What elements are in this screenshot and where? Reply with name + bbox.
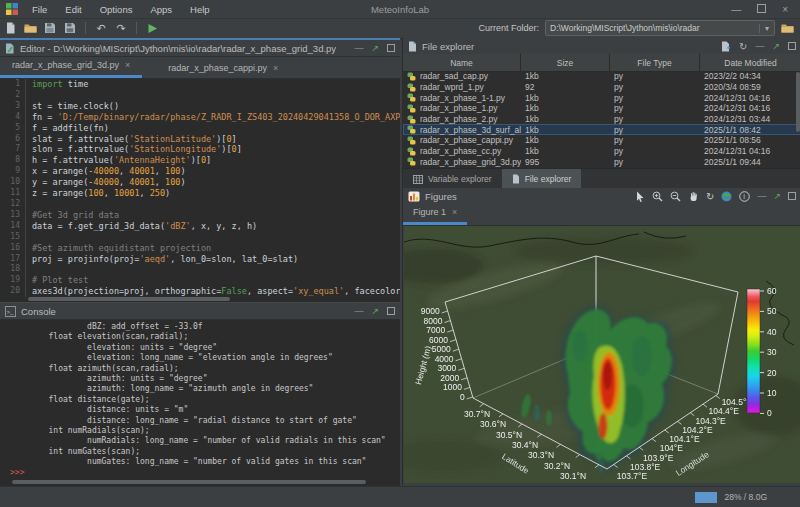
new-file-icon[interactable] <box>1 20 19 36</box>
editor-minimize-icon[interactable]: — <box>354 43 363 53</box>
window-close-button[interactable]: × <box>782 4 788 15</box>
colorbar-tick-label: 30 <box>767 347 777 357</box>
table-row[interactable]: radar_x_phase_3d_surf_allsc...1kbpy2025/… <box>403 124 800 135</box>
console-panel: >_ Console — ↗ dBZ: add_offset = -33.0f … <box>0 302 400 487</box>
browse-folder-icon[interactable] <box>781 23 794 34</box>
file-type: py <box>610 103 700 113</box>
current-folder-combobox[interactable]: D:\Working\MIScript\Jython\mis\io\radar … <box>545 20 775 36</box>
column-header-size[interactable]: Size <box>521 54 610 71</box>
save-icon[interactable] <box>41 20 59 36</box>
open-folder-icon[interactable] <box>21 20 39 36</box>
console-line: dBZ: add_offset = -33.0f <box>10 322 410 332</box>
tab-radar-x-phase-cappi[interactable]: radar_x_phase_cappi.py × <box>156 58 290 78</box>
menu-help[interactable]: Help <box>182 2 218 17</box>
close-icon[interactable]: × <box>125 60 130 70</box>
code-editor[interactable]: 1import time23st = time.clock()4fn = 'D:… <box>0 79 400 297</box>
run-script-icon[interactable] <box>143 20 161 36</box>
figures-title: Figures <box>425 191 457 202</box>
editor-hscrollbar[interactable] <box>28 297 230 301</box>
console-hscrollbar[interactable] <box>12 480 366 484</box>
globe-icon[interactable] <box>721 191 732 202</box>
new-document-icon[interactable] <box>721 41 731 52</box>
console-line: elevation: units = "degree" <box>10 343 410 353</box>
figures-maximize-icon[interactable] <box>788 192 796 200</box>
table-row[interactable]: radar_x_phase_grid_3d.py995py2025/1/1 09… <box>403 157 800 168</box>
figures-minimize-icon[interactable]: — <box>757 191 766 201</box>
undo-icon[interactable]: ↶ <box>92 20 110 36</box>
longitude-tick-label: 104°E <box>660 443 684 453</box>
file-explorer-maximize-icon[interactable] <box>788 42 796 50</box>
zoom-in-icon[interactable] <box>652 191 663 202</box>
file-size: 1kb <box>521 93 610 103</box>
menu-options[interactable]: Options <box>92 2 141 17</box>
figures-panel: Figures ↻ i — ↗ Figure 1 × <box>402 188 800 486</box>
editor-maximize-icon[interactable] <box>387 44 395 52</box>
file-explorer-minimize-icon[interactable]: — <box>755 41 764 51</box>
table-row[interactable]: radar_x_phase_2.py1kbpy2024/12/31 03:44 <box>403 114 800 125</box>
console-minimize-icon[interactable]: — <box>354 306 363 316</box>
python-file-icon <box>407 157 416 166</box>
tab-label: File explorer <box>525 174 572 184</box>
file-type: py <box>610 125 700 135</box>
menu-file[interactable]: File <box>24 2 55 17</box>
file-table: radar_sad_cap.py1kbpy2023/2/2 04:34radar… <box>403 71 800 168</box>
table-row[interactable]: radar_x_phase_1.py1kbpy2024/12/31 04:16 <box>403 103 800 114</box>
file-table-vscrollbar[interactable] <box>796 72 800 132</box>
redo-icon[interactable]: ↷ <box>112 20 130 36</box>
table-row[interactable]: radar_wprd_1.py92py2020/3/4 08:59 <box>403 82 800 93</box>
tab-variable-explorer[interactable]: Variable explorer <box>403 169 502 189</box>
chevron-down-icon[interactable]: ▾ <box>759 24 774 33</box>
tab-label: Variable explorer <box>428 174 492 184</box>
console-line: elevation: long_name = "elevation angle … <box>10 353 410 363</box>
column-header-name[interactable]: Name <box>403 54 521 71</box>
file-explorer-float-icon[interactable]: ↗ <box>772 41 780 51</box>
console-output[interactable]: dBZ: add_offset = -33.0f float elevation… <box>0 320 410 480</box>
menu-apps[interactable]: Apps <box>142 2 180 17</box>
file-name: radar_sad_cap.py <box>420 71 488 81</box>
file-type: py <box>610 135 700 145</box>
select-cursor-icon[interactable] <box>635 191 645 202</box>
table-row[interactable]: radar_sad_cap.py1kbpy2023/2/2 04:34 <box>403 71 800 82</box>
column-header-date-modified[interactable]: Date Modified <box>700 54 800 71</box>
tab-file-explorer[interactable]: File explorer <box>502 169 582 189</box>
save-all-icon[interactable] <box>61 20 79 36</box>
tab-figure-1[interactable]: Figure 1 × <box>403 202 467 225</box>
figure-plot-area[interactable]: 9000800070006000500040003000200010000 30… <box>404 226 800 483</box>
editor-tab-bar: radar_x_phase_grid_3d.py × radar_x_phase… <box>0 57 400 79</box>
window-maximize-button[interactable] <box>757 4 766 15</box>
window-minimize-button[interactable]: — <box>731 4 741 15</box>
zoom-out-icon[interactable] <box>670 191 681 202</box>
pan-hand-icon[interactable] <box>688 191 699 202</box>
close-icon[interactable]: × <box>273 63 278 73</box>
code-line: 3st = time.clock() <box>0 101 400 112</box>
file-explorer-title: File explorer <box>422 41 474 52</box>
current-folder-value: D:\Working\MIScript\Jython\mis\io\radar <box>546 23 759 33</box>
identify-info-icon[interactable]: i <box>739 191 750 202</box>
menu-edit[interactable]: Edit <box>57 2 89 17</box>
colorbar <box>747 289 760 413</box>
file-size: 1kb <box>521 125 610 135</box>
code-line: 5f = addfile(fn) <box>0 123 400 134</box>
tab-radar-x-phase-grid-3d[interactable]: radar_x_phase_grid_3d.py × <box>0 55 142 78</box>
editor-float-icon[interactable]: ↗ <box>371 43 379 53</box>
table-row[interactable]: radar_x_phase_cappi.py1kbpy2025/1/1 08:5… <box>403 135 800 146</box>
column-header-filetype[interactable]: File Type <box>610 54 700 71</box>
z-tick-label: 6000 <box>429 335 448 345</box>
refresh-icon[interactable]: ↻ <box>739 41 747 52</box>
console-float-icon[interactable]: ↗ <box>371 306 379 316</box>
python-file-icon <box>407 104 416 113</box>
table-row[interactable]: radar_x_phase_cc.py1kbpy2024/12/31 04:16 <box>403 146 800 157</box>
console-line: numRadials: long_name = "number of valid… <box>10 436 410 446</box>
rotate-icon[interactable]: ↻ <box>706 191 714 202</box>
code-line: 15 <box>0 232 400 243</box>
table-row[interactable]: radar_x_phase_1-1.py1kbpy2024/12/31 04:1… <box>403 92 800 103</box>
file-size: 92 <box>521 82 610 92</box>
longitude-tick-label: 103.7°E <box>617 471 648 481</box>
status-bar: 28% / 8.0G <box>0 486 800 507</box>
figures-float-icon[interactable]: ↗ <box>773 191 781 201</box>
tab-label: radar_x_phase_cappi.py <box>168 63 267 73</box>
console-maximize-icon[interactable] <box>387 307 395 315</box>
close-icon[interactable]: × <box>452 207 457 217</box>
code-line: 20axes3d(projection=proj, orthographic=F… <box>0 286 400 297</box>
latitude-tick-label: 30.7°N <box>464 409 490 419</box>
